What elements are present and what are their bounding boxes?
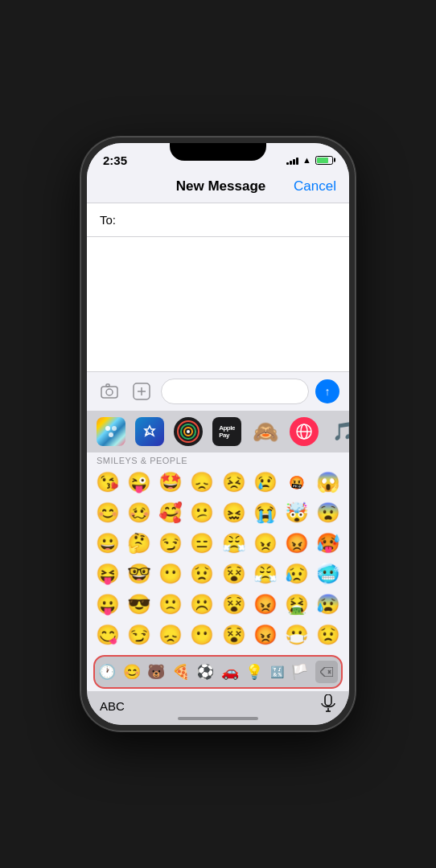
cat-recent-icon[interactable]: 🕐: [98, 663, 116, 681]
emoji-cell[interactable]: 🥶: [313, 559, 344, 589]
navigation-bar: New Message Cancel: [87, 172, 349, 203]
emoji-cell[interactable]: 😡: [249, 589, 281, 620]
cancel-button[interactable]: Cancel: [294, 178, 336, 194]
abc-button[interactable]: ABC: [100, 699, 125, 713]
emoji-cell[interactable]: 😡: [282, 528, 313, 559]
emoji-cell[interactable]: 🤬: [282, 467, 313, 497]
emoji-cell[interactable]: 😤: [218, 528, 249, 559]
svg-point-4: [105, 426, 110, 431]
app-photos[interactable]: [97, 417, 125, 446]
message-area[interactable]: [87, 237, 349, 371]
emoji-cell[interactable]: 😤: [249, 559, 281, 589]
mic-button[interactable]: [320, 694, 336, 717]
emoji-cell[interactable]: 🥵: [313, 528, 344, 559]
emoji-cell[interactable]: 😶: [155, 559, 187, 589]
emoji-category-bar: 🕐 😊 🐻 🍕 ⚽ 🚗 💡 🔣 🏳️: [93, 655, 343, 689]
app-applepay[interactable]: ApplePay: [212, 417, 241, 446]
emoji-cell[interactable]: 😠: [249, 528, 281, 559]
svg-point-1: [106, 389, 113, 395]
emoji-cell[interactable]: 😵: [218, 620, 249, 650]
svg-rect-15: [325, 694, 331, 706]
to-label: To:: [100, 213, 116, 227]
emoji-cell[interactable]: 😞: [187, 467, 218, 497]
cat-food-icon[interactable]: 🍕: [172, 663, 190, 681]
home-indicator: [178, 717, 258, 720]
emoji-cell[interactable]: 😑: [187, 528, 218, 559]
signal-icon: [286, 155, 298, 165]
app-music[interactable]: 🎵: [328, 417, 349, 446]
send-icon: ↑: [325, 385, 331, 398]
emoji-cell[interactable]: 😷: [282, 620, 313, 650]
emoji-cell[interactable]: 😵: [218, 589, 249, 620]
emoji-cell[interactable]: 😵: [218, 559, 249, 589]
emoji-cell[interactable]: ☹️: [187, 589, 218, 620]
emoji-cell[interactable]: 🥴: [123, 497, 154, 528]
status-icons: ▲: [286, 155, 333, 165]
emoji-cell[interactable]: 😨: [313, 497, 344, 528]
emoji-cell[interactable]: 😭: [249, 497, 281, 528]
emoji-cell[interactable]: 🤮: [282, 589, 313, 620]
emoji-cell[interactable]: 😛: [92, 589, 123, 620]
emoji-cell[interactable]: 😥: [282, 559, 313, 589]
emoji-cell[interactable]: 😕: [187, 497, 218, 528]
cat-objects-icon[interactable]: 💡: [245, 663, 263, 681]
apps-button[interactable]: [129, 379, 154, 404]
emoji-cell[interactable]: 😶: [187, 620, 218, 650]
emoji-cell[interactable]: 🙁: [155, 589, 187, 620]
emoji-category-label: SMILEYS & PEOPLE: [87, 452, 349, 467]
emoji-cell[interactable]: 😰: [313, 589, 344, 620]
app-strip: A ApplePay 🙈: [87, 411, 349, 452]
app-appstore[interactable]: A: [135, 417, 164, 446]
emoji-cell[interactable]: 🥰: [155, 497, 187, 528]
emoji-grid: 😘 😜 🤩 😞 😣 😢 🤬 😱 😊 🥴 🥰 😕 😖 😭 🤯 😨 😀 🤔: [87, 467, 349, 653]
notch: [170, 143, 266, 161]
emoji-cell[interactable]: 😀: [92, 528, 123, 559]
wifi-icon: ▲: [302, 155, 311, 165]
battery-icon: [315, 156, 333, 165]
emoji-cell[interactable]: 😱: [313, 467, 344, 497]
phone-screen: 2:35 ▲ New Message: [87, 143, 349, 725]
emoji-cell[interactable]: 😣: [218, 467, 249, 497]
emoji-cell[interactable]: 🤩: [155, 467, 187, 497]
emoji-cell[interactable]: 😟: [187, 559, 218, 589]
camera-button[interactable]: [97, 379, 122, 404]
svg-point-6: [109, 432, 113, 437]
emoji-cell[interactable]: 😎: [123, 589, 154, 620]
svg-rect-0: [101, 387, 117, 398]
emoji-cell[interactable]: 😡: [249, 620, 281, 650]
emoji-cell[interactable]: 🤔: [123, 528, 154, 559]
screen-content: 2:35 ▲ New Message: [87, 143, 349, 725]
emoji-cell[interactable]: 🤯: [282, 497, 313, 528]
emoji-cell[interactable]: 😟: [313, 620, 344, 650]
emoji-cell[interactable]: 😘: [92, 467, 123, 497]
cat-symbols-icon[interactable]: 🔣: [270, 665, 284, 678]
cat-smileys-icon[interactable]: 😊: [123, 663, 141, 681]
status-time: 2:35: [103, 154, 127, 167]
emoji-cell[interactable]: 😞: [155, 620, 187, 650]
cat-travel-icon[interactable]: 🚗: [221, 663, 239, 681]
emoji-cell[interactable]: 😏: [123, 620, 154, 650]
cat-sports-icon[interactable]: ⚽: [196, 663, 214, 681]
emoji-cell[interactable]: 😜: [123, 467, 154, 497]
emoji-cell[interactable]: 😋: [92, 620, 123, 650]
emoji-cell[interactable]: 😏: [155, 528, 187, 559]
delete-key[interactable]: [315, 661, 338, 683]
to-field[interactable]: To:: [87, 203, 349, 237]
cat-animals-icon[interactable]: 🐻: [147, 663, 165, 681]
emoji-cell[interactable]: 😢: [249, 467, 281, 497]
input-bar: ↑: [87, 371, 349, 411]
send-button[interactable]: ↑: [315, 379, 339, 403]
app-memoji[interactable]: [174, 417, 203, 446]
svg-point-5: [112, 426, 117, 431]
applepay-label: ApplePay: [219, 424, 235, 439]
emoji-cell[interactable]: 😊: [92, 497, 123, 528]
cat-flags-icon[interactable]: 🏳️: [290, 663, 308, 681]
app-monkey[interactable]: 🙈: [251, 417, 280, 446]
emoji-cell[interactable]: 😝: [92, 559, 123, 589]
emoji-cell[interactable]: 🤓: [123, 559, 154, 589]
message-input[interactable]: [161, 379, 309, 404]
emoji-cell[interactable]: 😖: [218, 497, 249, 528]
app-globe[interactable]: [290, 417, 319, 446]
phone-frame: 2:35 ▲ New Message: [80, 137, 356, 731]
svg-rect-2: [106, 384, 109, 387]
